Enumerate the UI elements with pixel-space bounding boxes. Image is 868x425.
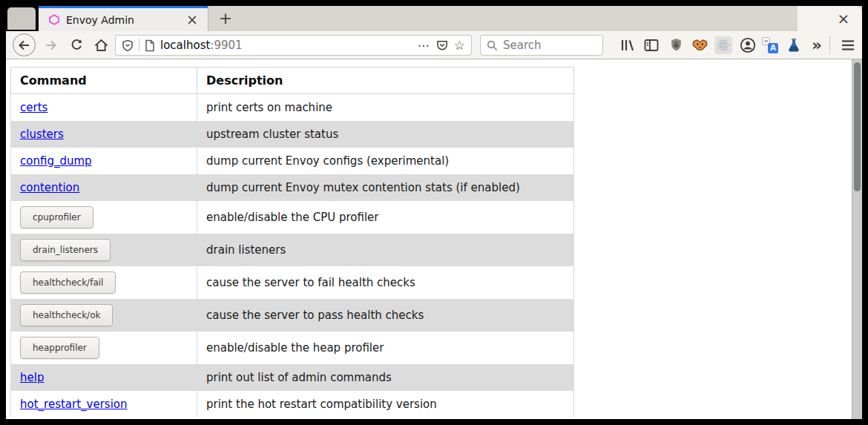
bookmark-star-icon[interactable]: ☆ [454, 38, 465, 53]
app-menu-button[interactable] [835, 31, 861, 59]
command-link-certs[interactable]: certs [20, 101, 47, 114]
page-icon[interactable] [145, 39, 155, 52]
library-icon [620, 39, 635, 52]
command-cell: heapprofiler [11, 332, 197, 364]
account-icon [740, 37, 756, 53]
home-button[interactable] [89, 31, 113, 59]
reload-button[interactable] [65, 31, 88, 59]
table-row: healthcheck/okcause the server to pass h… [11, 299, 574, 332]
description-cell: cause the server to fail health checks [197, 266, 574, 299]
command-column-header: Command [11, 67, 197, 94]
command-cell: hot_restart_version [11, 391, 197, 418]
command-cell: cpuprofiler [11, 201, 197, 234]
command-link-contention[interactable]: contention [20, 181, 79, 194]
table-row: drain_listenersdrain listeners [11, 234, 574, 266]
command-link-help[interactable]: help [20, 371, 44, 384]
library-button[interactable] [617, 31, 638, 59]
navigation-toolbar: localhost:9901 ⋯ ☆ [6, 31, 862, 59]
toolbar-divider [829, 36, 830, 54]
command-cell: contention [11, 174, 197, 201]
back-button[interactable] [11, 31, 36, 59]
description-cell: dump current Envoy mutex contention stat… [197, 174, 574, 201]
table-row: cpuprofilerenable/disable the CPU profil… [11, 201, 574, 234]
command-cell: config_dump [11, 148, 197, 174]
page-viewport: Command Description certsprint certs on … [6, 59, 862, 419]
admin-command-table: Command Description certsprint certs on … [10, 67, 574, 418]
forward-button[interactable] [40, 31, 62, 59]
shield-lock-icon [670, 38, 683, 52]
command-table-body: certsprint certs on machineclustersupstr… [11, 94, 574, 418]
hamburger-icon [841, 39, 855, 51]
fox-extension-icon [692, 39, 708, 51]
command-button-healthcheck-ok[interactable]: healthcheck/ok [20, 304, 113, 326]
description-cell: enable/disable the heap profiler [197, 332, 574, 364]
overflow-menu-button[interactable]: » [806, 31, 827, 59]
command-link-hot_restart_version[interactable]: hot_restart_version [20, 398, 128, 411]
tab-title: Envoy Admin [66, 14, 183, 26]
description-cell: enable/disable the CPU profiler [197, 201, 574, 234]
tab-strip-empty-area: + [208, 6, 862, 31]
sidebar-icon [644, 39, 659, 52]
command-cell: healthcheck/fail [11, 266, 197, 299]
table-row: hot_restart_versionprint the hot restart… [11, 391, 574, 418]
overflow-icon: » [812, 36, 822, 54]
home-icon [94, 39, 108, 52]
description-column-header: Description [197, 67, 574, 94]
url-bar[interactable]: localhost:9901 ⋯ ☆ [115, 35, 472, 56]
command-cell: clusters [11, 121, 197, 148]
table-row: certsprint certs on machine [11, 94, 574, 121]
search-icon [487, 40, 498, 51]
command-cell: healthcheck/ok [11, 299, 197, 332]
envoy-hexagon-favicon [49, 14, 59, 25]
command-button-heapprofiler[interactable]: heapprofiler [20, 337, 99, 359]
forward-icon [45, 39, 58, 51]
shield-lock-extension-button[interactable] [665, 31, 686, 59]
react-devtools-icon [714, 36, 732, 54]
table-row: heapprofilerenable/disable the heap prof… [11, 332, 574, 364]
table-header-row: Command Description [11, 67, 574, 94]
table-row: healthcheck/failcause the server to fail… [11, 266, 574, 299]
flask-icon [787, 38, 800, 53]
search-input[interactable] [503, 39, 596, 52]
description-cell: print out list of admin commands [197, 364, 574, 391]
new-tab-button[interactable]: + [216, 9, 235, 28]
command-link-config_dump[interactable]: config_dump [20, 154, 92, 168]
command-cell: drain_listeners [11, 234, 197, 266]
vertical-scrollbar[interactable] [852, 59, 862, 419]
description-cell: print the hot restart compatibility vers… [197, 391, 574, 418]
page-actions-icon[interactable]: ⋯ [418, 39, 430, 53]
description-cell: drain listeners [197, 234, 574, 266]
tab-close-icon[interactable]: × [183, 10, 202, 30]
command-link-clusters[interactable]: clusters [20, 128, 64, 141]
table-row: config_dumpdump current Envoy configs (e… [11, 148, 574, 174]
table-row: helpprint out list of admin commands [11, 364, 574, 391]
sidebar-toggle-button[interactable] [641, 31, 662, 59]
search-bar[interactable] [480, 35, 603, 56]
react-devtools-button[interactable] [713, 31, 734, 59]
description-cell: cause the server to pass health checks [197, 299, 574, 332]
window-close-button[interactable]: × [834, 9, 853, 28]
back-icon [13, 33, 36, 56]
flask-extension-button[interactable] [783, 31, 804, 59]
description-cell: dump current Envoy configs (experimental… [197, 148, 574, 174]
refresh-icon [70, 39, 83, 51]
url-port: :9901 [210, 39, 242, 52]
description-cell: print certs on machine [197, 94, 574, 121]
urlbar-divider [139, 39, 139, 52]
command-button-cpuprofiler[interactable]: cpuprofiler [20, 206, 93, 228]
tab-strip: Envoy Admin × + × [6, 6, 862, 31]
command-cell: certs [11, 94, 197, 121]
url-text[interactable]: localhost:9901 [160, 39, 412, 52]
tracking-shield-icon[interactable] [122, 39, 134, 52]
command-button-drain_listeners[interactable]: drain_listeners [20, 239, 111, 261]
tab-envoy-admin[interactable]: Envoy Admin × [39, 6, 208, 31]
pocket-icon[interactable] [435, 39, 449, 52]
translate-extension-button[interactable]: ≈ A [760, 31, 780, 59]
scrollbar-thumb[interactable] [854, 62, 861, 191]
url-host: localhost [160, 39, 210, 52]
command-button-healthcheck-fail[interactable]: healthcheck/fail [20, 271, 116, 294]
fox-extension-button[interactable] [689, 31, 710, 59]
table-row: clustersupstream cluster status [11, 121, 574, 148]
account-button[interactable] [737, 31, 758, 59]
description-cell: upstream cluster status [197, 121, 574, 148]
